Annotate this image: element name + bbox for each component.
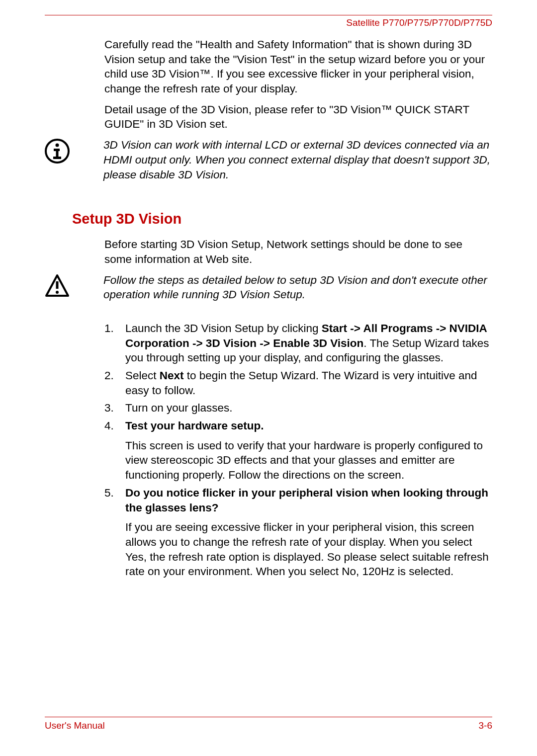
page-footer: User's Manual 3-6: [45, 717, 492, 731]
svg-point-7: [56, 291, 59, 294]
step-1-pre: Launch the 3D Vision Setup by clicking: [125, 322, 322, 335]
svg-rect-4: [53, 157, 61, 159]
header-rule: [45, 15, 492, 15]
step-2-pre: Select: [125, 369, 160, 382]
page: Satellite P770/P775/P770D/P775D Carefull…: [0, 0, 537, 756]
footer-page-number: 3-6: [479, 720, 492, 731]
warning-note: Follow the steps as detailed below to se…: [45, 273, 492, 302]
step-1: 1. Launch the 3D Vision Setup by clickin…: [104, 321, 492, 365]
info-note-1: 3D Vision can work with internal LCD or …: [45, 138, 492, 182]
paragraph-3: Before starting 3D Vision Setup, Network…: [104, 237, 492, 266]
info-note-1-text: 3D Vision can work with internal LCD or …: [103, 138, 492, 182]
step-2-bold: Next: [160, 369, 184, 382]
header-product: Satellite P770/P775/P770D/P775D: [45, 17, 492, 28]
info-icon: [45, 139, 70, 166]
paragraph-2: Detail usage of the 3D Vision, please re…: [104, 102, 492, 132]
step-4-title: Test your hardware setup.: [125, 419, 492, 433]
step-4: 4. Test your hardware setup. This screen…: [104, 419, 492, 483]
svg-point-1: [56, 144, 59, 147]
step-3: 3. Turn on your glasses.: [104, 401, 492, 416]
paragraph-1: Carefully read the "Health and Safety In…: [104, 37, 492, 96]
step-2: 2. Select Next to begin the Setup Wizard…: [104, 368, 492, 398]
setup-steps-list: 1. Launch the 3D Vision Setup by clickin…: [104, 321, 492, 579]
svg-rect-3: [56, 149, 59, 158]
warning-icon: [45, 274, 70, 301]
step-5-sub: If you are seeing excessive flicker in y…: [125, 520, 492, 579]
section-heading-setup-3d-vision: Setup 3D Vision: [72, 211, 492, 227]
svg-rect-6: [56, 281, 59, 289]
step-5: 5. Do you notice flicker in your periphe…: [104, 486, 492, 579]
step-4-sub: This screen is used to verify that your …: [125, 438, 492, 483]
step-3-text: Turn on your glasses.: [125, 401, 492, 416]
footer-manual: User's Manual: [45, 720, 105, 731]
warning-note-text: Follow the steps as detailed below to se…: [103, 273, 492, 302]
step-5-title: Do you notice flicker in your peripheral…: [125, 486, 492, 515]
